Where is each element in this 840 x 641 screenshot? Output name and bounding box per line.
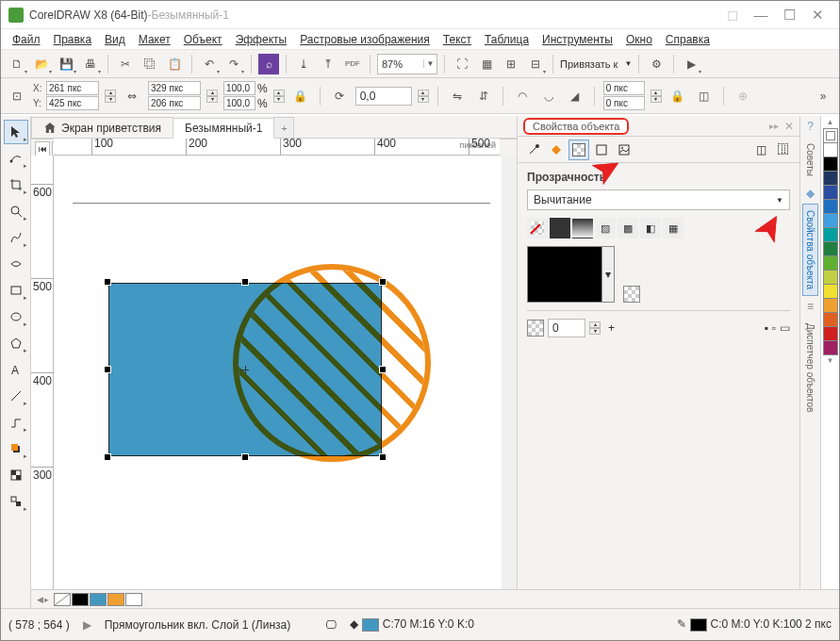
palette-menu-icon[interactable]: ▸ — [44, 595, 49, 604]
y-input[interactable] — [46, 96, 99, 110]
sx-input[interactable] — [223, 81, 255, 95]
print-button[interactable]: 🖶▾ — [80, 54, 101, 74]
opacity-input[interactable] — [548, 319, 585, 337]
x-input[interactable] — [46, 81, 99, 95]
corner-lock-button[interactable]: 🔒 — [667, 86, 688, 107]
tab-outline-icon[interactable] — [523, 140, 544, 160]
color-swatch[interactable] — [823, 255, 838, 271]
sy-input[interactable] — [223, 96, 255, 110]
corner-scallop-button[interactable]: ◡ — [538, 86, 559, 107]
menu-help[interactable]: Справка — [666, 33, 710, 46]
close-button[interactable]: ✕ — [803, 1, 832, 29]
dropshadow-tool[interactable]: ▸ — [4, 436, 28, 461]
mirror-h-button[interactable]: ⇋ — [447, 86, 468, 107]
view-mode-2-icon[interactable]: ⿲ — [773, 140, 794, 160]
rectangle-object[interactable] — [108, 283, 382, 456]
swatch-dropdown[interactable]: ▾ — [601, 246, 615, 303]
add-button[interactable]: ⊕ — [733, 86, 753, 107]
rel-corner-button[interactable]: ◫ — [694, 86, 715, 107]
undo-button[interactable]: ↶▾ — [199, 54, 220, 74]
palette-swatch[interactable] — [72, 593, 89, 606]
menu-view[interactable]: Вид — [105, 33, 125, 46]
fullscreen-button[interactable]: ⛶ — [452, 54, 472, 74]
apply-all-icon[interactable]: ▪ — [764, 321, 767, 335]
outline-indicator[interactable]: ✎C:0 M:0 Y:0 K:100 2 пкс — [677, 617, 832, 632]
zoom-tool[interactable]: ▸ — [4, 199, 28, 223]
trans-none-icon[interactable] — [527, 218, 548, 238]
obj-origin-button[interactable]: ⊡ — [7, 86, 27, 107]
palette-swatch[interactable] — [107, 593, 124, 606]
export-button[interactable]: ⤒ — [318, 54, 338, 74]
menu-window[interactable]: Окно — [626, 33, 652, 46]
menu-object[interactable]: Объект — [184, 33, 222, 46]
corner-spinner[interactable]: ▴▾ — [651, 90, 662, 103]
vertical-scrollbar[interactable] — [502, 156, 517, 591]
trans-fountain-icon[interactable] — [572, 218, 593, 238]
color-swatch[interactable] — [823, 340, 838, 355]
palette-left-icon[interactable]: ◀ — [37, 595, 43, 604]
pdf-button[interactable]: PDF — [342, 54, 363, 74]
w-input[interactable] — [148, 81, 201, 95]
import-button[interactable]: ⤓ — [293, 54, 314, 74]
color-swatch[interactable] — [823, 312, 838, 327]
options-button[interactable]: ⚙ — [646, 54, 667, 74]
polygon-tool[interactable]: ▸ — [4, 331, 28, 355]
tab-transparency-icon[interactable] — [568, 140, 589, 160]
copy-button[interactable]: ⿻ — [140, 54, 160, 74]
tab-bitmap-icon[interactable] — [614, 140, 634, 160]
tab-summary-icon[interactable] — [591, 140, 612, 160]
color-proof-icon[interactable]: 🖵 — [325, 618, 337, 632]
page-first[interactable]: ⏮ — [35, 141, 50, 156]
scale-spinner[interactable]: ▴▾ — [273, 90, 285, 103]
open-button[interactable]: 📂▾ — [31, 54, 52, 74]
zoom-input[interactable] — [378, 58, 423, 70]
apply-fill-icon[interactable]: ▫ — [772, 321, 776, 335]
menu-bitmap[interactable]: Растровые изображения — [300, 33, 430, 46]
menu-text[interactable]: Текст — [443, 33, 471, 46]
vtab-hints[interactable]: Советы — [802, 137, 818, 183]
artistic-tool[interactable] — [4, 252, 28, 276]
crop-tool[interactable]: ▸ — [4, 173, 28, 197]
maximize-button[interactable]: ☐ — [775, 1, 803, 29]
mirror-v-button[interactable]: ⇵ — [473, 86, 494, 107]
canvas-area[interactable]: пикселей 100200300400500 600500400300 ⏮ … — [31, 139, 517, 608]
eyedropper-tool[interactable]: ▸ — [4, 489, 28, 514]
cr2-input[interactable] — [603, 96, 645, 110]
color-swatch[interactable] — [823, 227, 838, 242]
grid-button[interactable]: ▦ — [476, 54, 497, 74]
color-swatch[interactable] — [823, 326, 838, 341]
paste-button[interactable]: 📋 — [164, 54, 185, 74]
docker-close-icon[interactable]: ✕ — [784, 120, 794, 133]
color-swatch[interactable] — [823, 284, 838, 299]
menu-table[interactable]: Таблица — [485, 33, 529, 46]
overflow-button[interactable]: » — [813, 86, 833, 107]
ellipse-tool[interactable]: ▸ — [4, 304, 28, 329]
color-swatch[interactable] — [823, 298, 838, 313]
color-swatch[interactable] — [823, 156, 838, 172]
corner-chamfer-button[interactable]: ◢ — [565, 86, 585, 107]
trans-2color-icon[interactable]: ◧ — [640, 218, 661, 238]
color-swatch[interactable] — [823, 185, 838, 200]
angle-spinner[interactable]: ▴▾ — [418, 90, 429, 103]
launch-button[interactable]: ▶▾ — [681, 54, 701, 74]
redo-button[interactable]: ↷▾ — [223, 54, 244, 74]
tab-fill-icon[interactable] — [546, 140, 567, 160]
opacity-spinner[interactable]: ▴▾ — [589, 321, 601, 335]
zoom-combo[interactable]: ▼ — [377, 54, 437, 74]
snap-label[interactable]: Привязать к — [560, 58, 618, 70]
menu-edit[interactable]: Правка — [54, 33, 92, 46]
palette-swatch[interactable] — [90, 593, 107, 606]
snap-grid-button[interactable]: ⊟▾ — [525, 54, 546, 74]
parallel-dim-tool[interactable]: ▸ — [4, 384, 28, 408]
color-swatch[interactable] — [823, 241, 838, 256]
color-swatch[interactable] — [823, 199, 838, 214]
apply-outline-icon[interactable]: ▭ — [780, 321, 790, 335]
cr1-input[interactable] — [603, 81, 645, 95]
trans-bitmap-icon[interactable]: ▩ — [618, 218, 638, 238]
drawing-surface[interactable] — [54, 156, 500, 591]
menu-layout[interactable]: Макет — [139, 33, 171, 46]
palette-up-icon[interactable]: ▲ — [827, 118, 834, 126]
palette-swatch[interactable] — [125, 593, 142, 606]
palette-none[interactable] — [54, 593, 71, 606]
tab-add[interactable]: + — [273, 117, 294, 138]
